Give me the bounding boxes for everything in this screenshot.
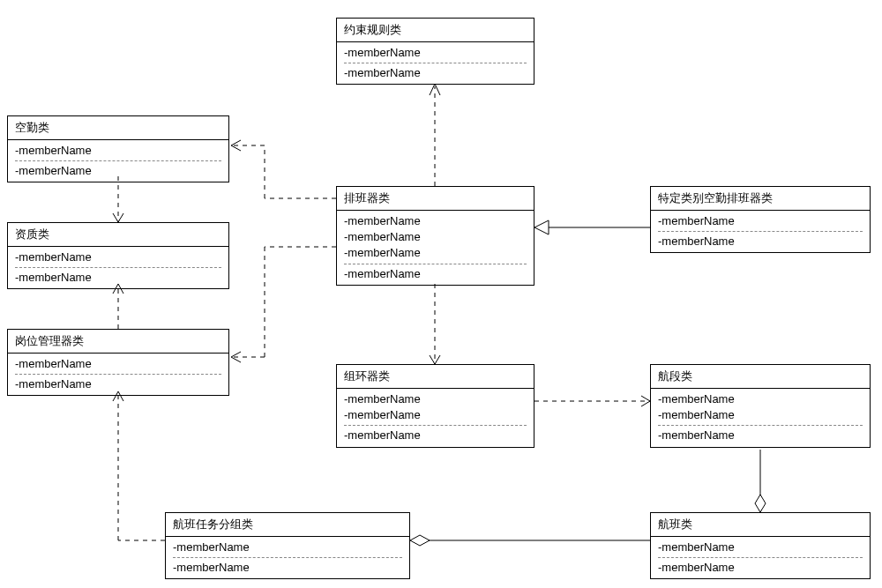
class-title: 航班类	[651, 513, 870, 537]
svg-marker-10	[534, 220, 549, 234]
member: -memberName	[15, 249, 221, 265]
member: -memberName	[344, 391, 527, 407]
class-members: -memberName -memberName -memberName -mem…	[337, 211, 534, 285]
member: -memberName	[344, 213, 527, 229]
class-task-group: 航班任务分组类 -memberName -memberName	[165, 512, 410, 579]
class-position-manager: 岗位管理器类 -memberName -memberName	[7, 329, 229, 396]
member: -memberName	[344, 63, 527, 81]
class-members: -memberName -memberName -memberName	[651, 389, 870, 447]
member: -memberName	[15, 267, 221, 286]
class-members: -memberName -memberName	[8, 247, 228, 288]
member: -memberName	[15, 160, 221, 179]
member: -memberName	[658, 391, 863, 407]
class-flight: 航班类 -memberName -memberName	[650, 512, 871, 579]
member: -memberName	[344, 229, 527, 245]
class-loop: 组环器类 -memberName -memberName -memberName	[336, 364, 534, 448]
class-members: -memberName -memberName	[8, 354, 228, 395]
class-title: 约束规则类	[337, 19, 534, 42]
member: -memberName	[15, 143, 221, 159]
class-members: -memberName -memberName	[166, 537, 409, 578]
class-segment: 航段类 -memberName -memberName -memberName	[650, 364, 871, 448]
class-scheduler: 排班器类 -memberName -memberName -memberName…	[336, 186, 534, 286]
svg-marker-14	[755, 495, 766, 512]
connectors-svg	[0, 0, 882, 588]
member: -memberName	[658, 425, 863, 443]
member: -memberName	[344, 45, 527, 61]
member: -memberName	[344, 425, 527, 443]
class-title: 岗位管理器类	[8, 330, 228, 354]
class-specific-scheduler: 特定类别空勤排班器类 -memberName -memberName	[650, 186, 871, 253]
member: -memberName	[658, 557, 863, 576]
member: -memberName	[658, 213, 863, 229]
member: -memberName	[658, 231, 863, 249]
member: -memberName	[658, 407, 863, 423]
class-members: -memberName -memberName	[337, 42, 534, 84]
class-title: 组环器类	[337, 365, 534, 389]
member: -memberName	[658, 540, 863, 555]
class-members: -memberName -memberName	[651, 211, 870, 252]
class-aircrew: 空勤类 -memberName -memberName	[7, 115, 229, 182]
member: -memberName	[173, 540, 402, 555]
class-constraint: 约束规则类 -memberName -memberName	[336, 18, 534, 85]
class-members: -memberName -memberName	[8, 140, 228, 182]
class-title: 空勤类	[8, 116, 228, 140]
class-members: -memberName -memberName -memberName	[337, 389, 534, 447]
class-title: 航段类	[651, 365, 870, 389]
class-title: 资质类	[8, 223, 228, 247]
member: -memberName	[344, 264, 527, 282]
member: -memberName	[344, 407, 527, 423]
class-title: 航班任务分组类	[166, 513, 409, 537]
member: -memberName	[344, 245, 527, 261]
svg-marker-16	[410, 535, 430, 546]
class-members: -memberName -memberName	[651, 537, 870, 578]
member: -memberName	[15, 374, 221, 392]
class-qualification: 资质类 -memberName -memberName	[7, 222, 229, 289]
class-title: 特定类别空勤排班器类	[651, 187, 870, 211]
member: -memberName	[15, 356, 221, 372]
member: -memberName	[173, 557, 402, 576]
class-title: 排班器类	[337, 187, 534, 211]
